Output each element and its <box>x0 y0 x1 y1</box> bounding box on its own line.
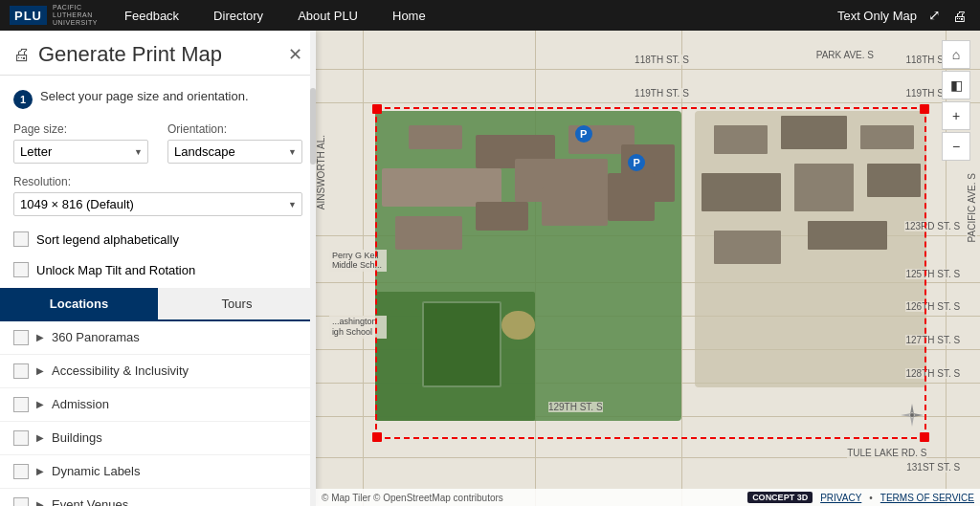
nav-right-controls: Text Only Map ⤢ 🖨 <box>837 7 980 24</box>
sidebar-content-area: 1 Select your page size and orientation.… <box>0 76 316 288</box>
sort-legend-row[interactable]: Sort legend alphabetically <box>13 228 302 251</box>
label-118th-s: 118TH ST. S <box>635 55 689 65</box>
cat-checkbox-dynamic[interactable] <box>13 464 29 479</box>
step1-row: 1 Select your page size and orientation. <box>13 89 302 109</box>
nav-feedback[interactable]: Feedback <box>107 0 196 31</box>
category-tabs: Locations Tours <box>0 288 316 321</box>
cat-checkbox-accessibility[interactable] <box>13 363 29 379</box>
share-icon[interactable]: ⤢ <box>928 7 941 24</box>
label-park-ave: PARK AVE. S <box>816 50 874 60</box>
label-131st-s: 131ST ST. S <box>906 462 960 473</box>
label-119th-s: 119TH ST. S <box>635 88 689 99</box>
page-orientation-row: Page size: Letter A4 Legal Orientation: … <box>13 122 302 164</box>
print-icon[interactable]: 🖨 <box>952 8 967 24</box>
cat-checkbox-360[interactable] <box>13 330 29 345</box>
cat-arrow-accessibility: ▶ <box>36 365 44 376</box>
map-footer-right: CONCEPT 3D PRIVACY • TERMS OF SERVICE <box>747 492 974 503</box>
resolution-select-wrap: 1049 × 816 (Default) 2098 × 1632 <box>13 192 302 216</box>
resolution-select[interactable]: 1049 × 816 (Default) 2098 × 1632 <box>13 192 302 216</box>
page-size-select[interactable]: Letter A4 Legal <box>13 140 148 164</box>
resolution-label: Resolution: <box>13 175 302 188</box>
orientation-label: Orientation: <box>167 122 302 136</box>
plu-logo-box: PLU <box>10 6 47 25</box>
category-admission[interactable]: ▶ Admission <box>0 388 316 422</box>
map-area[interactable]: P P 118TH ST. S 119TH ST. S 123RD ST. S … <box>316 31 980 506</box>
corner-handle-tl <box>372 104 382 114</box>
nav-about[interactable]: About PLU <box>280 0 375 31</box>
privacy-link[interactable]: PRIVACY <box>820 493 861 503</box>
cat-arrow-admission: ▶ <box>36 399 44 409</box>
page-size-group: Page size: Letter A4 Legal <box>13 122 148 164</box>
category-accessibility[interactable]: ▶ Accessibility & Inclusivity <box>0 355 316 388</box>
sidebar-scrollbar[interactable] <box>310 31 316 506</box>
corner-handle-br <box>920 432 929 442</box>
tab-locations[interactable]: Locations <box>0 288 158 319</box>
step1-circle: 1 <box>13 90 33 109</box>
terms-link[interactable]: TERMS OF SERVICE <box>880 493 974 503</box>
orientation-select-wrap: Landscape Portrait <box>167 140 302 164</box>
unlock-map-label: Unlock Map Tilt and Rotation <box>36 263 195 277</box>
map-canvas: P P 118TH ST. S 119TH ST. S 123RD ST. S … <box>316 31 980 506</box>
footer-separator: • <box>869 493 873 503</box>
print-selection-box <box>375 107 926 440</box>
plu-full-name: PACIFIC LUTHERAN UNIVERSITY <box>53 4 98 26</box>
street-118th <box>316 69 980 70</box>
sort-legend-label: Sort legend alphabetically <box>36 232 179 247</box>
cat-label-dynamic: Dynamic Labels <box>52 464 141 478</box>
unlock-map-row[interactable]: Unlock Map Tilt and Rotation <box>13 258 302 281</box>
map-layers-button[interactable]: ◧ <box>942 71 970 99</box>
logo-area: PLU PACIFIC LUTHERAN UNIVERSITY <box>0 0 107 31</box>
plu-acronym: PLU <box>14 9 42 23</box>
cat-label-accessibility: Accessibility & Inclusivity <box>52 363 189 378</box>
nav-links: Feedback Directory About PLU Home <box>107 0 443 31</box>
cat-checkbox-events[interactable] <box>13 497 29 507</box>
sidebar-title-area: 🖨 Generate Print Map <box>13 42 222 67</box>
nav-home[interactable]: Home <box>375 0 443 31</box>
street-119th <box>316 102 980 103</box>
corner-handle-bl <box>372 432 382 442</box>
resolution-group: Resolution: 1049 × 816 (Default) 2098 × … <box>13 175 302 216</box>
sort-legend-checkbox[interactable] <box>13 231 29 247</box>
sidebar-scroll-thumb <box>310 88 316 165</box>
unlock-map-checkbox[interactable] <box>13 262 29 277</box>
label-tule-lake: TULE LAKE RD. S <box>847 448 926 458</box>
category-dynamic-labels[interactable]: ▶ Dynamic Labels <box>0 455 316 489</box>
cat-label-events: Event Venues <box>52 497 128 506</box>
category-360-panoramas[interactable]: ▶ 360 Panoramas <box>0 321 316 355</box>
cat-checkbox-buildings[interactable] <box>13 430 29 446</box>
top-navigation: PLU PACIFIC LUTHERAN UNIVERSITY Feedback… <box>0 0 980 31</box>
category-list: ▶ 360 Panoramas ▶ Accessibility & Inclus… <box>0 321 316 507</box>
category-event-venues[interactable]: ▶ Event Venues <box>0 489 316 507</box>
label-ainsworth: AINSWORTH AL. <box>316 135 326 209</box>
concept3d-badge: CONCEPT 3D <box>747 492 813 503</box>
cat-arrow-buildings: ▶ <box>36 432 44 443</box>
cat-label-360: 360 Panoramas <box>52 330 140 344</box>
map-home-button[interactable]: ⌂ <box>942 40 970 69</box>
orientation-group: Orientation: Landscape Portrait <box>167 122 302 164</box>
map-attribution: © Map Tiler © OpenStreetMap contributors <box>322 493 503 503</box>
label-pacific-ave: PACIFIC AVE. S <box>967 173 977 242</box>
print-icon-sidebar: 🖨 <box>13 45 31 65</box>
page-size-label: Page size: <box>13 122 148 136</box>
tab-tours[interactable]: Tours <box>158 288 316 319</box>
category-buildings[interactable]: ▶ Buildings <box>0 422 316 455</box>
main-layout: 🖨 Generate Print Map ✕ 1 Select your pag… <box>0 31 980 506</box>
cat-checkbox-admission[interactable] <box>13 397 29 412</box>
page-size-select-wrap: Letter A4 Legal <box>13 140 148 164</box>
cat-label-buildings: Buildings <box>52 430 102 445</box>
nav-directory[interactable]: Directory <box>196 0 280 31</box>
sidebar-title-text: Generate Print Map <box>38 42 222 67</box>
cat-arrow-360: ▶ <box>36 332 44 342</box>
cat-arrow-events: ▶ <box>36 499 44 506</box>
sidebar-header: 🖨 Generate Print Map ✕ <box>0 31 316 76</box>
print-map-sidebar: 🖨 Generate Print Map ✕ 1 Select your pag… <box>0 31 316 506</box>
text-only-map-link[interactable]: Text Only Map <box>837 9 917 23</box>
corner-handle-tr <box>920 104 929 114</box>
sidebar-close-button[interactable]: ✕ <box>288 46 302 63</box>
map-controls: ⌂ ◧ + − <box>942 40 970 161</box>
map-zoom-in-button[interactable]: + <box>942 101 970 130</box>
cat-arrow-dynamic: ▶ <box>36 466 44 476</box>
map-footer: © Map Tiler © OpenStreetMap contributors… <box>316 489 980 506</box>
map-zoom-out-button[interactable]: − <box>942 132 970 161</box>
orientation-select[interactable]: Landscape Portrait <box>167 140 302 164</box>
